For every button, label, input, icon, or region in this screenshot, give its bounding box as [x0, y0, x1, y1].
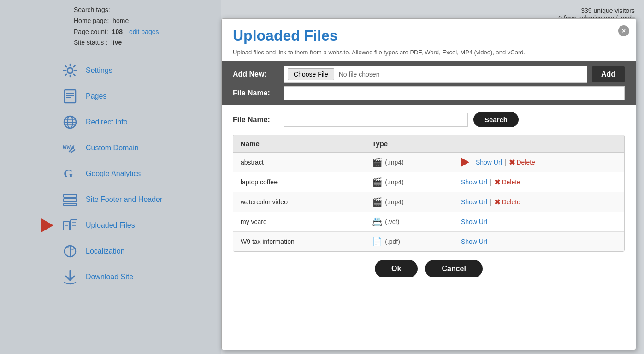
sidebar-item-download-site[interactable]: Download Site	[0, 264, 221, 290]
visitors-stat: 339 unique visitors	[230, 7, 635, 14]
add-new-row: Add New: Choose File No file chosen Add	[233, 66, 625, 83]
vcard-file-icon: 📇	[372, 217, 382, 227]
redirect-info-label: Redirect Info	[86, 118, 128, 126]
search-label: File Name:	[233, 116, 284, 124]
add-file-button[interactable]: Add	[592, 66, 625, 82]
sidebar: Search tags: Home page: home Page count:…	[0, 0, 221, 354]
search-button[interactable]: Search	[473, 112, 519, 127]
file-input-area: Choose File No file chosen	[284, 66, 587, 83]
svg-rect-12	[64, 194, 77, 197]
col-header-actions	[454, 135, 624, 153]
modal-title: Uploaded Files	[233, 27, 625, 44]
file-type-cell: 📇 (.vcf)	[365, 212, 454, 232]
file-type-cell: 🎬 (.mp4)	[365, 172, 454, 192]
sidebar-nav: Settings Pages	[0, 58, 221, 290]
delete-link[interactable]: ✖ Delete	[494, 178, 520, 187]
page-count-label: Page count:	[74, 28, 108, 35]
sidebar-item-site-footer-header[interactable]: Site Footer and Header	[0, 187, 221, 212]
sidebar-item-pages[interactable]: Pages	[0, 83, 221, 109]
files-table-wrapper: Name Type abstract 🎬 (.mp4)	[233, 135, 625, 252]
search-tags-label: Search tags:	[74, 6, 110, 13]
svg-rect-14	[64, 203, 77, 206]
add-new-section: Add New: Choose File No file chosen Add …	[222, 61, 636, 105]
file-name-cell: abstract	[233, 153, 365, 172]
sidebar-item-redirect-info[interactable]: Redirect Info	[0, 109, 221, 135]
file-name-cell: laptop coffee	[233, 172, 365, 192]
localization-icon	[60, 241, 80, 261]
file-name-input[interactable]	[284, 86, 625, 100]
show-url-link[interactable]: Show Url	[476, 159, 502, 166]
cancel-button[interactable]: Cancel	[425, 260, 482, 277]
video-file-icon: 🎬	[372, 197, 382, 207]
domain-icon: www	[60, 138, 80, 158]
page-count-value: 108	[112, 28, 123, 35]
table-row: my vcard 📇 (.vcf) Show Url	[233, 212, 624, 232]
sidebar-item-google-analytics[interactable]: G Google Analytics	[0, 161, 221, 187]
modal-footer: Ok Cancel	[222, 252, 636, 286]
delete-link[interactable]: ✖ Delete	[494, 198, 520, 206]
localization-label: Localization	[86, 247, 125, 255]
show-url-link[interactable]: Show Url	[461, 178, 487, 186]
no-file-text: No file chosen	[339, 71, 380, 78]
home-page-label: Home page:	[74, 17, 109, 24]
pages-icon	[60, 86, 80, 106]
file-actions-cell: Show Url	[454, 212, 624, 232]
search-row: File Name: Search	[233, 112, 625, 127]
modal-header: Uploaded Files ×	[222, 19, 636, 49]
search-section: File Name: Search	[222, 105, 636, 135]
file-type-cell: 🎬 (.mp4)	[365, 153, 454, 172]
modal-close-button[interactable]: ×	[618, 25, 629, 36]
files-table-body: abstract 🎬 (.mp4) Show Url |	[233, 153, 624, 252]
svg-rect-16	[71, 220, 77, 230]
table-row: watercolor video 🎬 (.mp4) Show Url | ✖	[233, 192, 624, 212]
col-header-type: Type	[365, 135, 454, 153]
home-page-row: Home page: home	[74, 16, 212, 27]
file-actions-cell: Show Url | ✖ Delete	[454, 172, 624, 192]
site-footer-header-label: Site Footer and Header	[86, 195, 162, 204]
show-url-link[interactable]: Show Url	[461, 198, 487, 206]
video-file-icon: 🎬	[372, 157, 382, 167]
file-actions-cell: Show Url | ✖ Delete	[454, 153, 624, 172]
svg-text:www: www	[63, 143, 75, 150]
sidebar-item-custom-domain[interactable]: www Custom Domain	[0, 135, 221, 161]
gear-icon	[60, 60, 80, 81]
svg-rect-13	[64, 199, 77, 202]
file-name-cell: watercolor video	[233, 192, 365, 212]
uploaded-files-modal: Uploaded Files × Upload files and link t…	[221, 18, 636, 350]
table-row: W9 tax information 📄 (.pdf) Show Url	[233, 232, 624, 252]
globe-icon	[60, 112, 80, 132]
footer-icon	[60, 189, 80, 210]
file-name-label-add: File Name:	[233, 89, 284, 97]
site-status-label: Site status :	[74, 39, 107, 46]
sidebar-item-uploaded-files[interactable]: Uploaded Files	[0, 212, 221, 238]
file-name-row: File Name:	[233, 86, 625, 100]
site-status-value: live	[111, 39, 122, 46]
sidebar-item-settings[interactable]: Settings	[0, 58, 221, 83]
google-analytics-label: Google Analytics	[86, 170, 141, 178]
search-input[interactable]	[284, 113, 468, 127]
file-actions-cell: Show Url | ✖ Delete	[454, 192, 624, 212]
analytics-icon: G	[60, 164, 80, 184]
col-header-name: Name	[233, 135, 365, 153]
show-url-link[interactable]: Show Url	[461, 218, 487, 225]
show-url-link[interactable]: Show Url	[461, 238, 487, 245]
file-name-cell: W9 tax information	[233, 232, 365, 252]
files-table: Name Type abstract 🎬 (.mp4)	[233, 135, 624, 251]
custom-domain-label: Custom Domain	[86, 144, 139, 152]
video-file-icon: 🎬	[372, 177, 382, 187]
download-site-label: Download Site	[86, 273, 133, 281]
page-count-row: Page count: 108 edit pages	[74, 27, 212, 38]
ok-button[interactable]: Ok	[375, 260, 418, 277]
add-new-label: Add New:	[233, 70, 284, 78]
modal-description: Upload files and link to them from a web…	[222, 49, 636, 61]
row-arrow-indicator	[461, 158, 469, 167]
choose-file-button[interactable]: Choose File	[288, 68, 334, 80]
search-tags-row: Search tags:	[74, 5, 212, 16]
files-table-header: Name Type	[233, 135, 624, 153]
edit-pages-link[interactable]: edit pages	[129, 28, 159, 35]
sidebar-item-localization[interactable]: Localization	[0, 238, 221, 264]
file-actions-cell: Show Url	[454, 232, 624, 252]
file-type-cell: 🎬 (.mp4)	[365, 192, 454, 212]
file-type-cell: 📄 (.pdf)	[365, 232, 454, 252]
delete-link[interactable]: ✖ Delete	[509, 158, 535, 167]
